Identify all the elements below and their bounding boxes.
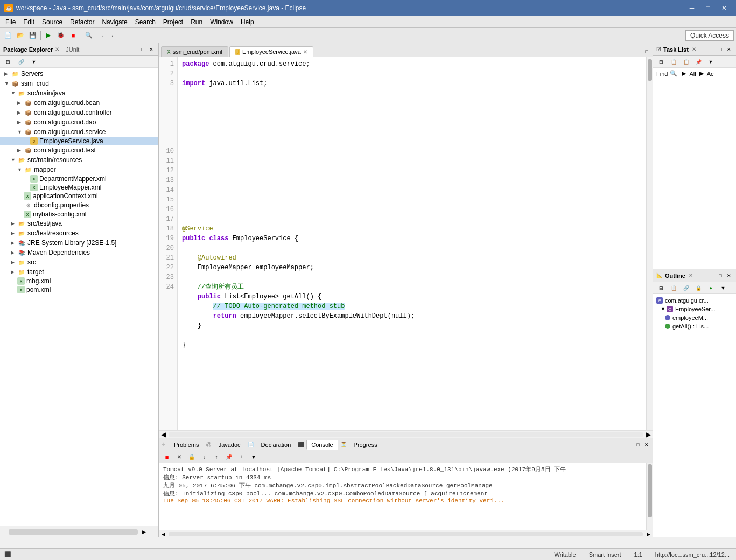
toolbar-open[interactable]: 📂 <box>15 30 26 41</box>
tree-item-jre-lib[interactable]: ▶ 📚 JRE System Library [J2SE-1.5] <box>0 238 158 248</box>
tree-item-src-main-resources[interactable]: ▼ 📂 src/main/resources <box>0 155 158 165</box>
ol-item-field[interactable]: employeeM... <box>656 313 733 322</box>
toolbar-prev[interactable]: ← <box>108 30 120 41</box>
tl-btn1[interactable]: ⊟ <box>655 56 667 68</box>
menu-window[interactable]: Window <box>207 17 236 27</box>
console-maximize-button[interactable]: □ <box>634 441 642 449</box>
tree-item-pkg-service[interactable]: ▼ 📦 com.atguigu.crud.service <box>0 127 158 137</box>
ol-btn3[interactable]: 🔗 <box>680 282 692 294</box>
tree-item-mbg-xml[interactable]: X mbg.xml <box>0 277 158 285</box>
tab-employee-close[interactable]: ✕ <box>303 49 307 55</box>
tab-declaration[interactable]: Declaration <box>256 440 296 450</box>
menu-source[interactable]: Source <box>39 17 66 27</box>
tree-item-pkg-dao[interactable]: ▶ 📦 com.atguigu.crud.dao <box>0 117 158 127</box>
tl-btn3[interactable]: 📋 <box>680 56 692 68</box>
scroll-left-btn[interactable]: ◀ <box>159 431 167 438</box>
console-clear-btn[interactable]: ✕ <box>173 451 185 463</box>
ol-btn4[interactable]: 🔒 <box>692 282 704 294</box>
menu-project[interactable]: Project <box>160 17 186 27</box>
pe-minimize-button[interactable]: ─ <box>130 46 138 53</box>
ol-item-method[interactable]: getAll() : Lis... <box>656 322 733 331</box>
tab-javadoc[interactable]: Javadoc <box>214 440 246 450</box>
console-scroll-lock[interactable]: 🔒 <box>186 451 198 463</box>
tree-item-dbconfig[interactable]: ⚙ dbconfig.properties <box>0 200 158 210</box>
menu-file[interactable]: File <box>2 17 19 27</box>
close-button[interactable]: ✕ <box>717 2 732 14</box>
tree-item-pkg-test[interactable]: ▶ 📦 com.atguigu.crud.test <box>0 145 158 155</box>
tab-console[interactable]: Console <box>306 440 338 450</box>
console-next[interactable]: ↓ <box>198 451 210 463</box>
tab-pom-xml[interactable]: X ssm_crud/pom.xml <box>161 46 228 57</box>
tree-item-src-test-resources[interactable]: ▶ 📂 src/test/resources <box>0 228 158 238</box>
console-vscroll-thumb[interactable] <box>648 464 652 517</box>
tree-item-src-test-java[interactable]: ▶ 📂 src/test/java <box>0 219 158 228</box>
tab-problems[interactable]: Problems <box>169 440 204 450</box>
editor-vscrollbar[interactable] <box>646 57 653 430</box>
tl-btn2[interactable]: 📋 <box>668 56 679 68</box>
tl-btn4[interactable]: 📌 <box>692 56 704 68</box>
tree-item-src-main-java[interactable]: ▼ 📂 src/main/java <box>0 88 158 98</box>
menu-help[interactable]: Help <box>237 17 257 27</box>
console-scroll-left[interactable]: ◀ <box>159 531 167 537</box>
pe-collapse-all[interactable]: ⊟ <box>2 56 14 68</box>
menu-refactor[interactable]: Refactor <box>67 17 97 27</box>
ol-btn5[interactable]: ● <box>705 282 717 294</box>
tab-progress[interactable]: Progress <box>349 440 382 450</box>
scroll-right-btn[interactable]: ▶ <box>644 431 653 438</box>
quick-access-input[interactable]: Quick Access <box>685 30 734 41</box>
ol-close-button[interactable]: ✕ <box>725 272 733 279</box>
tree-item-ssm-crud[interactable]: ▼ 📦 ssm_crud <box>0 79 158 88</box>
ol-item-class[interactable]: ▼ C EmployeeSer... <box>656 305 733 313</box>
toolbar-new[interactable]: 📄 <box>2 30 14 41</box>
console-scroll-right[interactable]: ▶ <box>644 531 653 537</box>
console-close-button[interactable]: ✕ <box>643 441 650 449</box>
tree-item-pom-xml[interactable]: X pom.xml <box>0 285 158 294</box>
editor-maximize-button[interactable]: □ <box>643 48 650 55</box>
console-vscrollbar[interactable] <box>646 463 653 530</box>
minimize-button[interactable]: ─ <box>684 2 699 14</box>
toolbar-search[interactable]: 🔍 <box>83 30 95 41</box>
code-area[interactable]: package com.atguigu.crud.service; import… <box>178 57 653 430</box>
tree-item-src[interactable]: ▶ 📁 src <box>0 257 158 267</box>
tl-close-button[interactable]: ✕ <box>725 46 733 53</box>
console-view-menu[interactable]: ▼ <box>248 451 260 463</box>
tree-item-target[interactable]: ▶ 📁 target <box>0 267 158 277</box>
menu-navigate[interactable]: Navigate <box>99 17 130 27</box>
pe-junit-tab[interactable]: JUnit <box>66 46 79 53</box>
console-stop-btn[interactable]: ■ <box>161 451 173 463</box>
tl-minimize-button[interactable]: ─ <box>708 46 716 53</box>
editor-content[interactable]: 123101112131415161718192021222324 packag… <box>159 57 653 430</box>
title-bar-controls[interactable]: ─ □ ✕ <box>684 2 732 14</box>
tree-item-dept-mapper[interactable]: X DepartmentMapper.xml <box>0 174 158 183</box>
pe-link-editor[interactable]: 🔗 <box>15 56 27 68</box>
ol-item-pkg[interactable]: ⊕ com.atguigu.cr... <box>656 296 733 305</box>
tree-item-emp-mapper[interactable]: X EmployeeMapper.xml <box>0 183 158 192</box>
pe-h-scrollbar[interactable] <box>9 529 138 535</box>
tree-item-servers[interactable]: ▶ 📁 Servers <box>0 69 158 79</box>
tree-item-app-context[interactable]: X applicationContext.xml <box>0 192 158 200</box>
menu-edit[interactable]: Edit <box>20 17 38 27</box>
tl-btn5[interactable]: ▼ <box>705 56 717 68</box>
menu-run[interactable]: Run <box>187 17 206 27</box>
tab-employee-service[interactable]: J EmployeeService.java ✕ <box>229 46 313 57</box>
ol-maximize-button[interactable]: □ <box>717 272 724 279</box>
pe-maximize-button[interactable]: □ <box>139 46 146 53</box>
console-new[interactable]: + <box>235 451 247 463</box>
ol-minimize-button[interactable]: ─ <box>708 272 716 279</box>
editor-hscrollbar[interactable] <box>169 432 643 437</box>
console-minimize-button[interactable]: ─ <box>626 441 633 449</box>
toolbar-run[interactable]: ▶ <box>43 30 54 41</box>
tree-item-mybatis-config[interactable]: X mybatis-config.xml <box>0 210 158 219</box>
ol-btn1[interactable]: ⊟ <box>655 282 667 294</box>
console-prev[interactable]: ↑ <box>211 451 222 463</box>
tree-item-mapper[interactable]: ▼ 📁 mapper <box>0 165 158 174</box>
toolbar-next[interactable]: → <box>95 30 107 41</box>
editor-vscroll-thumb[interactable] <box>648 59 652 81</box>
maximize-button[interactable]: □ <box>700 2 716 14</box>
pe-close-button[interactable]: ✕ <box>148 46 155 53</box>
tree-item-employee-service[interactable]: J EmployeeService.java <box>0 137 158 145</box>
toolbar-debug[interactable]: 🐞 <box>55 30 67 41</box>
tree-item-pkg-bean[interactable]: ▶ 📦 com.atguigu.crud.bean <box>0 98 158 108</box>
tree-item-pkg-controller[interactable]: ▶ 📦 com.atguigu.crud.controller <box>0 108 158 117</box>
ol-btn6[interactable]: ▼ <box>717 282 729 294</box>
